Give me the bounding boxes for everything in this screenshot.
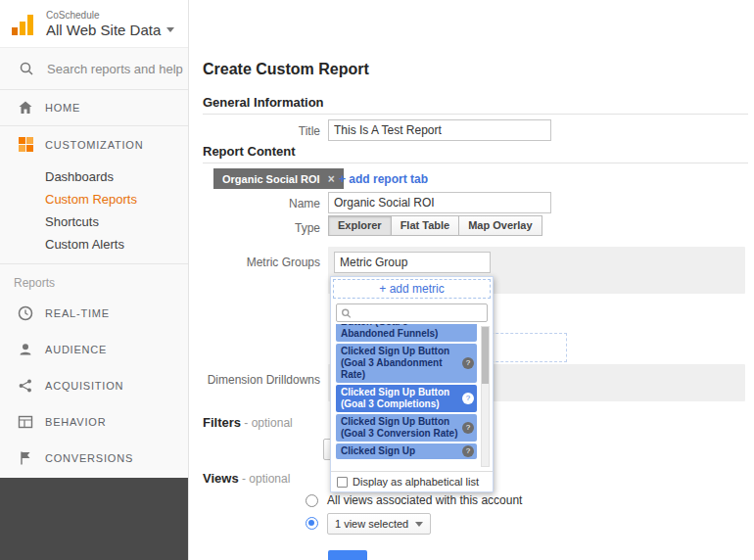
sidebar-footer-panel (0, 478, 188, 560)
radio-all-views[interactable] (306, 494, 318, 507)
filters-optional-text: - optional (241, 416, 293, 430)
view-name: All Web Site Data (46, 22, 161, 38)
search-icon (341, 307, 352, 319)
chevron-down-icon (415, 522, 423, 527)
sidebar-item-label: CUSTOMIZATION (45, 139, 143, 151)
radio-all-views-label: All views associated with this account (327, 493, 522, 507)
clock-icon (17, 304, 34, 322)
app-window: CoSchedule All Web Site Data Search repo… (0, 0, 754, 560)
name-field-label: Name (203, 197, 320, 210)
view-count-label: 1 view selected (335, 518, 408, 530)
report-tab-label: Organic Social ROI (222, 173, 320, 185)
chevron-down-icon (166, 27, 174, 32)
close-icon[interactable]: × (328, 172, 335, 186)
views-optional-text: - optional (239, 472, 291, 486)
sidebar-item-label: CONVERSIONS (45, 452, 133, 464)
type-option-flat-table[interactable]: Flat Table (392, 215, 460, 236)
metric-option-label: Clicked Sign Up Button (Goal 3 Completio… (341, 387, 449, 409)
flag-icon (17, 449, 34, 467)
metric-option[interactable]: Clicked Sign Up ? (336, 443, 477, 459)
section-heading-report-content: Report Content (203, 144, 296, 159)
account-name: CoSchedule (46, 10, 174, 22)
sidebar-item-behavior[interactable]: BEHAVIOR (0, 403, 188, 440)
main-content: Create Custom Report General Information… (190, 0, 754, 560)
sidebar-search[interactable]: Search reports and help (0, 47, 188, 90)
radio-selected-views[interactable] (306, 517, 318, 530)
section-heading-filters: Filters - optional (203, 415, 293, 430)
sidebar-item-home[interactable]: HOME (0, 90, 188, 126)
metric-search-box (336, 303, 488, 322)
sidebar-search-label: Search reports and help (47, 62, 183, 76)
help-icon[interactable]: ? (462, 445, 474, 457)
sidebar-item-label: BEHAVIOR (45, 416, 106, 428)
dropdown-footer: Display as alphabetical list (331, 471, 493, 491)
metric-list: Button (Goal 3 Abandoned Funnels) Clicke… (331, 324, 493, 471)
views-heading-text: Views (203, 471, 239, 486)
type-segmented-control: Explorer Flat Table Map Overlay (328, 215, 542, 236)
metric-option-label: Clicked Sign Up (341, 445, 415, 456)
add-report-tab-link[interactable]: + add report tab (339, 172, 428, 186)
section-heading-views: Views - optional (203, 471, 290, 486)
metric-groups-label: Metric Groups (203, 256, 320, 269)
title-input[interactable] (328, 119, 551, 141)
layout-icon (17, 413, 34, 431)
dimension-drilldowns-label: Dimension Drilldowns (203, 373, 320, 387)
dropdown-scrollbar[interactable] (481, 326, 490, 467)
divider (203, 163, 748, 163)
home-icon (17, 99, 34, 117)
sidebar-item-dashboards[interactable]: Dashboards (0, 165, 188, 188)
alphabetical-checkbox[interactable] (337, 477, 348, 488)
sidebar-item-label: ACQUISITION (45, 380, 123, 392)
account-header: CoSchedule All Web Site Data (0, 0, 188, 47)
sidebar-item-real-time[interactable]: REAL-TIME (0, 295, 188, 331)
view-count-dropdown[interactable]: 1 view selected (327, 513, 431, 535)
alphabetical-checkbox-label: Display as alphabetical list (353, 476, 479, 488)
sidebar-item-custom-reports[interactable]: Custom Reports (0, 188, 188, 210)
analytics-logo-icon (12, 12, 37, 35)
metric-search-input[interactable] (355, 307, 483, 319)
save-button[interactable] (328, 550, 367, 560)
sidebar-item-label: REAL-TIME (45, 307, 110, 319)
sidebar: CoSchedule All Web Site Data Search repo… (0, 0, 189, 560)
add-metric-button[interactable]: + add metric (331, 277, 493, 301)
help-icon[interactable]: ? (462, 422, 474, 434)
metric-option[interactable]: Clicked Sign Up Button (Goal 3 Abandonme… (336, 344, 477, 383)
metric-group-name-input[interactable] (334, 252, 491, 273)
reports-section-label: Reports (0, 264, 188, 295)
sidebar-item-label: AUDIENCE (45, 344, 107, 355)
name-input[interactable] (328, 192, 551, 213)
sidebar-item-acquisition[interactable]: ACQUISITION (0, 367, 188, 403)
sidebar-item-label: HOME (45, 102, 80, 114)
person-icon (17, 341, 34, 358)
metric-option[interactable]: Clicked Sign Up Button (Goal 3 Conversio… (336, 414, 477, 442)
customization-submenu: Dashboards Custom Reports Shortcuts Cust… (0, 163, 188, 264)
network-icon (17, 377, 34, 395)
type-option-map-overlay[interactable]: Map Overlay (459, 215, 542, 236)
title-field-label: Title (203, 124, 320, 138)
search-icon (18, 60, 35, 77)
sidebar-item-custom-alerts[interactable]: Custom Alerts (0, 233, 188, 256)
metric-option-label: Button (Goal 3 Abandoned Funnels) (341, 324, 438, 339)
view-selector[interactable]: All Web Site Data (46, 22, 174, 38)
sidebar-item-customization[interactable]: CUSTOMIZATION (0, 126, 188, 163)
metric-option-label: Clicked Sign Up Button (Goal 3 Abandonme… (341, 346, 449, 380)
help-icon[interactable]: ? (462, 393, 474, 404)
divider (203, 114, 748, 115)
sidebar-item-shortcuts[interactable]: Shortcuts (0, 210, 188, 233)
type-field-label: Type (203, 221, 320, 235)
sidebar-item-conversions[interactable]: CONVERSIONS (0, 440, 188, 476)
type-option-explorer[interactable]: Explorer (328, 215, 392, 236)
metric-option-label: Clicked Sign Up Button (Goal 3 Conversio… (341, 416, 457, 439)
filters-heading-text: Filters (203, 415, 241, 430)
page-title: Create Custom Report (203, 61, 369, 78)
report-tab-active[interactable]: Organic Social ROI × (213, 168, 344, 189)
scrollbar-thumb[interactable] (482, 327, 489, 384)
metric-option-selected[interactable]: Clicked Sign Up Button (Goal 3 Completio… (336, 385, 477, 412)
customization-icon (17, 136, 34, 154)
sidebar-item-audience[interactable]: AUDIENCE (0, 331, 188, 367)
section-heading-general-information: General Information (203, 95, 324, 110)
help-icon[interactable]: ? (462, 357, 474, 369)
metric-picker-dropdown: + add metric Button (Goal 3 Abandoned Fu… (330, 276, 494, 492)
metric-option[interactable]: Button (Goal 3 Abandoned Funnels) (336, 324, 477, 342)
